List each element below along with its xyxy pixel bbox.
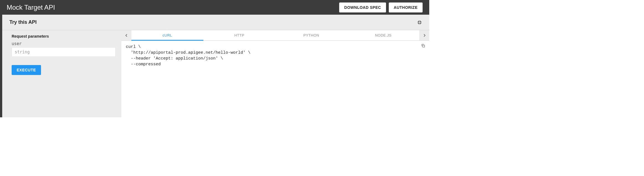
download-spec-button[interactable]: DOWNLOAD SPEC: [339, 2, 386, 12]
tab-nodejs[interactable]: NODE.JS: [347, 30, 419, 40]
code-tab-row: cURL HTTP PYTHON NODE.JS: [121, 30, 429, 41]
tab-curl[interactable]: cURL: [131, 30, 203, 40]
page-title: Mock Target API: [7, 4, 336, 11]
collapse-icon[interactable]: [417, 20, 422, 25]
authorize-button[interactable]: AUTHORIZE: [389, 2, 423, 12]
try-api-panel: Try this API Request parameters user EXE…: [2, 15, 429, 117]
panel-title: Try this API: [9, 19, 417, 25]
outer-wrapper: Try this API Request parameters user EXE…: [0, 15, 429, 117]
panel-body: Request parameters user EXECUTE cURL HTT…: [2, 30, 429, 117]
code-sample: curl \ 'http://apiportal-prod.apigee.net…: [121, 41, 429, 117]
param-name: user: [12, 41, 116, 46]
tabs-scroll-left-button[interactable]: [121, 30, 131, 40]
tab-http[interactable]: HTTP: [203, 30, 275, 40]
tabs-scroll-right-button[interactable]: [419, 30, 429, 40]
code-sample-section: cURL HTTP PYTHON NODE.JS curl \ 'http://…: [121, 30, 429, 117]
svg-rect-0: [423, 45, 425, 47]
request-parameters-section: Request parameters user EXECUTE: [2, 30, 121, 117]
top-bar: Mock Target API DOWNLOAD SPEC AUTHORIZE: [0, 0, 429, 15]
panel-header: Try this API: [2, 15, 429, 30]
code-tabs: cURL HTTP PYTHON NODE.JS: [131, 30, 419, 40]
copy-icon[interactable]: [421, 43, 425, 48]
code-text: curl \ 'http://apiportal-prod.apigee.net…: [126, 45, 251, 67]
tab-python[interactable]: PYTHON: [275, 30, 347, 40]
request-section-label: Request parameters: [12, 34, 116, 38]
param-user-input[interactable]: [12, 47, 116, 57]
execute-button[interactable]: EXECUTE: [12, 65, 41, 75]
